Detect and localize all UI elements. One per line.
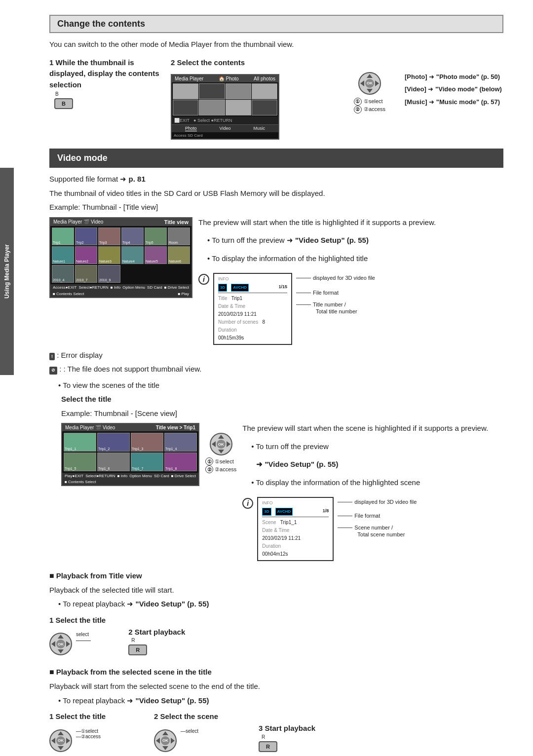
contents-screen: Media Player 🏠 Photo All photos — [171, 74, 279, 140]
section4-select1: —①select —②access — [76, 728, 101, 739]
section4-step3-label: 3 Start playback — [259, 723, 315, 734]
section3-desc: Playback of the selected title will star… — [49, 585, 503, 596]
scene-info-icon: i — [242, 498, 253, 509]
section3-title: Playback from Title view — [56, 571, 142, 580]
arrow-label-3d: displayed for 3D video file — [296, 275, 375, 281]
ok-button-section3: OK — [49, 633, 72, 655]
thumb-room: Room — [168, 227, 190, 245]
music-ref: [Music] ➜ "Music mode" (p. 57) — [405, 97, 503, 107]
ok-button-section4-2: OK — [154, 729, 177, 752]
thumb-2010-4: 2010_4 — [52, 265, 74, 283]
thumb-trip2: Trip2 — [75, 227, 97, 245]
contents-select-bar: Photo Video Music — [172, 124, 278, 132]
scene-video-setup: ➜ "Video Setup" (p. 55) — [256, 459, 503, 470]
contents-video: Video — [220, 126, 231, 131]
scene-value-date: 2010/02/19 11:21 — [262, 535, 301, 541]
label-duration: Duration — [218, 327, 237, 333]
scene-label-scene: Scene — [262, 520, 276, 525]
scene-value: Trip1_1 — [280, 520, 297, 525]
section2-desc: The thumbnail of video titles in the SD … — [49, 188, 503, 199]
scene-trip1-2: Trip1_2 — [97, 433, 130, 452]
thumb-nature4: Nature4 — [121, 246, 144, 264]
arrow-label-total: Total title number — [296, 308, 375, 314]
step2-instructions: ①①select ②②access — [354, 98, 385, 113]
thumb-nature3: Nature3 — [98, 246, 120, 264]
scene-avchd-badge: AVCHD — [275, 508, 293, 516]
photo-thumb-4 — [252, 83, 277, 99]
label-scenes: Number of scenes — [218, 319, 258, 325]
b-label: B — [55, 91, 59, 97]
thumb-2010-7: 2010_7 — [75, 265, 97, 283]
side-label: Using Media Player — [3, 244, 10, 299]
b-button: B — [54, 98, 73, 109]
value-title: Trip1 — [231, 296, 242, 301]
info-icon: i — [198, 274, 209, 285]
video-ref: [Video] ➜ "Video mode" (below) — [405, 84, 503, 94]
thumb-trip4: Trip4 — [121, 227, 144, 245]
scene-view-screen: Media Player 🎬 Video Title view > Trip1 … — [61, 423, 199, 486]
ok-button-1: OK — [358, 72, 381, 95]
thumb-nature6: Nature6 — [168, 246, 190, 264]
info-panel: INFO 3D AVCHD 1/15 Title Trip1 Date & Ti… — [213, 273, 292, 345]
r-label-section3: R — [131, 638, 135, 643]
scene-label-duration: Duration — [262, 543, 281, 549]
section3-step2-label: 2 Start playback — [128, 627, 185, 638]
scene-3d-badge: 3D — [262, 508, 271, 516]
section1-intro: You can switch to the other mode of Medi… — [49, 39, 503, 50]
thumb-trip5: Trip5 — [145, 227, 167, 245]
contents-screen-header: Media Player 🏠 Photo All photos — [172, 75, 278, 82]
value-duration: 00h15m39s — [218, 335, 244, 340]
scene-bullet3: To display the information of the highli… — [251, 477, 503, 489]
scene-arrow-number: Scene number / — [338, 525, 417, 530]
contents-select-info: ⬜EXIT● Select ●RETURN — [172, 116, 278, 124]
scene-screen-footer: Play●EXIT Select●RETURN ■ Info Option Me… — [62, 473, 198, 485]
section4-step2-label: 2 Select the scene — [154, 711, 218, 722]
scene-arrow-total: Total scene number — [338, 531, 417, 537]
ok-button-section4-1: OK — [49, 729, 72, 752]
thumb-2010-9: 2010_9 — [98, 265, 120, 283]
photo-grid — [172, 82, 278, 116]
contents-photo: Photo — [185, 126, 197, 131]
photo-thumb-1 — [173, 83, 198, 99]
section3-select-label: select — [76, 632, 89, 637]
r-button-section3: R — [128, 644, 147, 655]
step2-label: 2 Select the contents — [171, 57, 335, 69]
avchd-badge: AVCHD — [231, 284, 249, 292]
label-title: Title — [218, 296, 228, 301]
thumb-trip1: Trip1 — [52, 227, 74, 245]
photo-thumb-5 — [173, 100, 198, 115]
scene-trip1-4: Trip1_4 — [164, 433, 197, 452]
photo-thumb-2 — [199, 83, 225, 99]
scene-trip1-6: Trip1_6 — [97, 453, 130, 471]
scene-value-duration: 00h04m12s — [262, 551, 288, 557]
scene-arrow-format: File format — [338, 513, 417, 519]
contents-music: Music — [253, 126, 265, 131]
bullet2: To display the information of the highli… — [207, 253, 503, 265]
scene-arrow-3d: displayed for 3D video file — [338, 499, 417, 505]
thumb-trip3: Trip3 — [98, 227, 120, 245]
contents-access: Access SD Card — [172, 132, 278, 139]
scene-trip1-7: Trip1_7 — [131, 453, 163, 471]
scene-label-date: Date & Time — [262, 528, 289, 533]
scene-example: Example: Thumbnail - [Scene view] — [61, 408, 503, 419]
step1-label: 1 While the thumbnail is displayed, disp… — [49, 57, 163, 91]
scene-fraction: 1/8 — [323, 508, 329, 516]
scene-screen-header: Media Player 🎬 Video Title view > Trip1 — [62, 424, 198, 431]
scene-trip1-8: Trip1_8 — [164, 453, 197, 471]
scene-bullet1: To turn off the preview — [251, 441, 503, 453]
supported-format: Supported file format ➜ p. 81 — [49, 174, 503, 185]
thumb-nature2: Nature2 — [75, 246, 97, 264]
preview-text: The preview will start when the title is… — [198, 217, 503, 228]
photo-thumb-3 — [226, 83, 251, 99]
section4-repeat: To repeat playback ➜ "Video Setup" (p. 5… — [58, 695, 503, 707]
section4-step1-label: 1 Select the title — [49, 711, 106, 722]
section4-desc: Playback will start from the selected sc… — [49, 681, 503, 692]
section4-title: Playback from the selected scene in the … — [56, 668, 212, 676]
section3-step1-label: 1 Select the title — [49, 615, 106, 626]
view-scenes: To view the scenes of the title — [58, 380, 503, 391]
title-screen-footer: Access●EXIT Select●RETURN ■ Info Option … — [50, 284, 191, 297]
error-notes: ! : Error display ⊘ : : The file does no… — [49, 350, 503, 375]
bullet1: To turn off the preview ➜ "Video Setup" … — [207, 235, 503, 246]
r-button-section4: R — [259, 741, 277, 752]
scene-trip1-5: Trip1_5 — [64, 453, 96, 471]
